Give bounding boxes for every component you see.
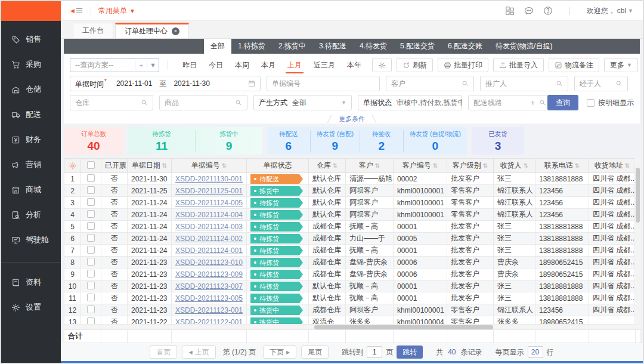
- row-checkbox[interactable]: [87, 234, 95, 242]
- row-checkbox[interactable]: [87, 282, 95, 289]
- sort-icon[interactable]: ⇅: [524, 162, 528, 169]
- vertical-scrollbar[interactable]: [634, 158, 640, 324]
- prev-page-button[interactable]: ◀ 上页: [182, 346, 215, 359]
- batch-print-button[interactable]: 批量打印: [438, 58, 488, 72]
- col-header-customer[interactable]: 客户⇅: [346, 159, 394, 173]
- sort-icon[interactable]: ⇅: [162, 162, 167, 169]
- query-scheme-select[interactable]: --查询方案-- ＋ ▼: [70, 58, 159, 72]
- filter-field-customer[interactable]: 客户: [386, 76, 474, 91]
- filter-field-doc-no[interactable]: 单据编号: [267, 76, 380, 91]
- collapse-menu-icon[interactable]: ◀: [70, 7, 83, 15]
- row-checkbox[interactable]: [87, 294, 95, 301]
- sort-icon[interactable]: ⇅: [375, 162, 380, 169]
- vertical-scrollbar-thumb[interactable]: [636, 168, 640, 223]
- date-shortcut[interactable]: 本年: [347, 60, 361, 70]
- status-tab[interactable]: 全部: [204, 39, 231, 54]
- order-link[interactable]: XSDD-20211123-005: [175, 294, 243, 303]
- filter-field-promoter[interactable]: 推广人: [480, 76, 568, 91]
- col-header-customer_no[interactable]: 客户编号⇅: [394, 159, 447, 173]
- sidebar-item-marketing[interactable]: 营销: [1, 152, 61, 177]
- row-checkbox[interactable]: [87, 210, 95, 218]
- per-page-input[interactable]: [528, 346, 543, 358]
- show-detail-checkbox[interactable]: 按明细显示: [587, 98, 634, 108]
- date-shortcut[interactable]: 今日: [209, 60, 223, 70]
- sort-icon[interactable]: ⇅: [625, 162, 630, 169]
- date-shortcut[interactable]: 本周: [235, 60, 249, 70]
- status-tab[interactable]: 6.配送交账: [441, 39, 489, 54]
- filter-field-route[interactable]: 配送线路＋: [468, 95, 552, 110]
- date-shortcut[interactable]: 上月: [287, 60, 302, 70]
- row-checkbox[interactable]: [87, 270, 95, 277]
- sort-icon[interactable]: ⇅: [575, 162, 580, 169]
- sidebar-item-mall[interactable]: 商城: [1, 177, 61, 202]
- status-tab[interactable]: 1.待拣货: [231, 39, 272, 54]
- col-header-receiver[interactable]: 收货人⇅: [494, 159, 535, 173]
- next-page-button[interactable]: 下页 ▶: [263, 346, 296, 359]
- sort-icon[interactable]: ⇅: [333, 162, 338, 169]
- row-checkbox[interactable]: [87, 317, 95, 325]
- status-tab[interactable]: 3.待配送: [312, 39, 353, 54]
- sidebar-item-settings[interactable]: 设置: [1, 295, 61, 320]
- status-tab[interactable]: 4.待发货: [353, 39, 394, 54]
- close-icon[interactable]: ×: [172, 27, 179, 35]
- settings-button[interactable]: [372, 58, 392, 72]
- sidebar-item-cockpit[interactable]: 驾驶舱: [1, 227, 61, 252]
- status-tab[interactable]: 待发货(物流/自提): [489, 39, 559, 54]
- sidebar-item-delivery[interactable]: 配送: [1, 102, 61, 127]
- filter-field-gen-method[interactable]: 产生方式全部▼: [253, 95, 352, 110]
- logistics-note-button[interactable]: 物流备注: [549, 58, 599, 72]
- order-link[interactable]: XSDD-20211124-001: [175, 246, 243, 255]
- jump-button[interactable]: 跳转: [397, 346, 423, 359]
- col-header-level[interactable]: 客户级别⇅: [447, 159, 494, 173]
- more-conditions-link[interactable]: 更多条件: [327, 115, 377, 124]
- filter-field-handler[interactable]: 经手人: [574, 76, 628, 91]
- sort-icon[interactable]: ⇅: [483, 162, 488, 169]
- date-shortcut[interactable]: 本月: [261, 60, 275, 70]
- sidebar-item-sales[interactable]: 销售: [1, 27, 61, 52]
- sidebar-item-data[interactable]: 资料: [1, 270, 61, 295]
- checkbox[interactable]: [587, 99, 595, 107]
- filter-field-product[interactable]: 商品: [159, 95, 247, 110]
- common-menu-trigger[interactable]: 常用菜单 ▼: [98, 6, 135, 16]
- order-link[interactable]: XSDD-20211125-001: [175, 187, 243, 195]
- status-tab[interactable]: 5.配送交货: [394, 39, 441, 54]
- filter-field-doc-status[interactable]: 单据状态审核中,待付款,拣货中,...▼: [358, 95, 462, 110]
- col-header-order_no[interactable]: 单据编号⇅: [172, 159, 247, 173]
- tab-order-center[interactable]: 订单处理中心×: [115, 23, 189, 38]
- row-checkbox[interactable]: [87, 258, 95, 266]
- order-link[interactable]: XSDD-20211123-010: [175, 258, 243, 267]
- order-link[interactable]: XSDD-20211123-001: [175, 306, 243, 314]
- tab-workbench[interactable]: 工作台: [73, 23, 113, 38]
- sidebar-item-finance[interactable]: 财务: [1, 127, 61, 152]
- message-icon[interactable]: [524, 6, 534, 16]
- filter-field-warehouse[interactable]: 仓库: [70, 95, 153, 110]
- more-button[interactable]: 更多▼: [604, 58, 638, 72]
- checkbox[interactable]: [87, 161, 95, 169]
- col-header-address[interactable]: 收货地址⇅: [589, 159, 636, 173]
- refresh-button[interactable]: 刷新: [397, 58, 433, 72]
- horizontal-scrollbar[interactable]: [64, 324, 640, 329]
- order-link[interactable]: XSDD-20211124-004: [175, 211, 243, 219]
- apps-grid-icon[interactable]: [505, 6, 515, 16]
- sidebar-item-analysis[interactable]: 分析: [1, 202, 61, 227]
- filter-field-doc-time[interactable]: 单据时间*2021-11-01至2021-11-30: [70, 76, 261, 91]
- row-checkbox[interactable]: [87, 186, 95, 194]
- sidebar-item-purchase[interactable]: 采购: [1, 52, 61, 77]
- sidebar-item-warehouse[interactable]: 仓储: [1, 77, 61, 102]
- row-checkbox[interactable]: [87, 174, 95, 182]
- col-header-date[interactable]: 单据日期⇅: [128, 159, 172, 173]
- search-button[interactable]: 查询: [547, 95, 578, 110]
- order-link[interactable]: XSDD-20211124-003: [175, 223, 243, 231]
- batch-import-button[interactable]: 批量导入: [493, 58, 544, 72]
- order-link[interactable]: XSDD-20211122-001: [175, 318, 243, 325]
- order-link[interactable]: XSDD-20211123-009: [175, 270, 243, 279]
- order-link[interactable]: XSDD-20211124-005: [175, 199, 243, 207]
- add-scheme-icon[interactable]: ＋: [135, 61, 147, 70]
- select-all-checkbox[interactable]: [81, 159, 101, 173]
- row-checkbox[interactable]: [87, 198, 95, 206]
- column-settings-gear-icon[interactable]: [64, 159, 81, 173]
- last-page-button[interactable]: 尾页: [301, 346, 329, 359]
- date-shortcut[interactable]: 近三月: [314, 60, 335, 70]
- sort-icon[interactable]: ⇅: [222, 162, 227, 169]
- col-header-warehouse[interactable]: 仓库⇅: [309, 159, 346, 173]
